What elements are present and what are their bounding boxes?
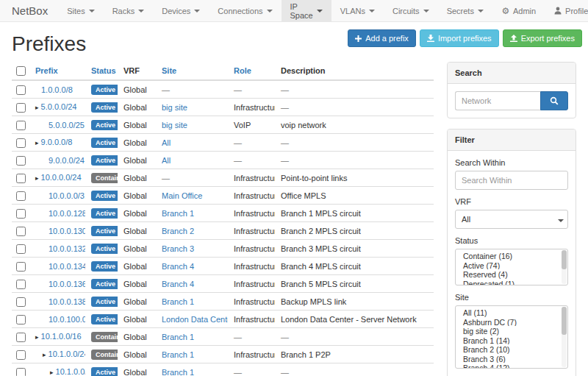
prefix-link[interactable]: 10.1.0.0/25 [56, 367, 85, 376]
profile-link[interactable]: Profile [545, 0, 588, 21]
column-header-prefix[interactable]: Prefix [29, 62, 85, 80]
site-link[interactable]: Branch 4 [162, 280, 194, 288]
nav-item-circuits[interactable]: Circuits [384, 0, 438, 21]
row-checkbox[interactable] [16, 85, 26, 95]
row-checkbox[interactable] [16, 244, 26, 254]
prefix-link[interactable]: 10.0.0.128/31 [49, 209, 85, 218]
row-checkbox[interactable] [16, 156, 26, 166]
row-checkbox[interactable] [16, 103, 26, 113]
nav-item-secrets[interactable]: Secrets [438, 0, 492, 21]
search-button[interactable] [540, 91, 568, 110]
site-link[interactable]: Branch 1 [162, 333, 194, 341]
nav-item-devices[interactable]: Devices [153, 0, 209, 21]
row-checkbox[interactable] [16, 350, 26, 360]
listbox-option[interactable]: Ashburn DC (7) [456, 319, 567, 327]
listbox-option[interactable]: All (11) [456, 309, 567, 317]
add-prefix-button[interactable]: Add a prefix [348, 29, 416, 47]
select-all-checkbox[interactable] [16, 66, 26, 76]
site-link[interactable]: big site [162, 121, 187, 130]
import-prefixes-button[interactable]: Import prefixes [420, 29, 499, 47]
listbox-option[interactable]: Branch 4 (12) [456, 364, 567, 369]
prefix-link[interactable]: 10.0.0.0/24 [41, 173, 82, 182]
vrf-select[interactable]: All [455, 210, 568, 229]
row-checkbox[interactable] [16, 315, 26, 324]
site-scrollbar[interactable] [562, 307, 567, 367]
site-link[interactable]: Branch 1 [162, 209, 194, 218]
listbox-option[interactable]: Reserved (4) [456, 271, 567, 279]
site-listbox[interactable]: All (11)Ashburn DC (7)big site (2)Branch… [455, 305, 568, 369]
prefix-link[interactable]: 10.1.0.0/16 [41, 332, 82, 341]
prefix-link[interactable]: 5.0.0.0/24 [41, 102, 77, 111]
prefix-link[interactable]: 10.0.0.0/31 [49, 191, 85, 200]
column-header-site[interactable]: Site [156, 62, 228, 80]
import-tray-icon [427, 35, 434, 42]
prefix-link[interactable]: 9.0.0.0/8 [41, 138, 73, 146]
role-cell: Infrastructure [228, 169, 275, 187]
site-link[interactable]: big site [162, 103, 187, 112]
nav-item-sites[interactable]: Sites [58, 0, 103, 21]
site-link[interactable]: Main Office [162, 191, 202, 200]
description-cell: Branch 4 MPLS circuit [275, 258, 434, 275]
site-link[interactable]: Branch 2 [162, 227, 194, 235]
vrf-cell: Global [118, 222, 156, 240]
search-within-input[interactable] [455, 171, 568, 190]
site-link[interactable]: Branch 3 [162, 244, 194, 253]
row-checkbox[interactable] [16, 280, 26, 289]
column-header-role[interactable]: Role [228, 62, 275, 80]
row-checkbox[interactable] [16, 138, 26, 148]
row-checkbox[interactable] [16, 333, 26, 342]
row-checkbox[interactable] [16, 209, 26, 219]
row-checkbox[interactable] [16, 174, 26, 183]
row-checkbox[interactable] [16, 191, 26, 201]
site-link[interactable]: Branch 4 [162, 262, 194, 271]
listbox-option[interactable]: Active (74) [456, 262, 567, 270]
listbox-option[interactable]: Branch 2 (10) [456, 346, 567, 354]
site-link[interactable]: Branch 1 [162, 350, 194, 359]
site-link[interactable]: Branch 1 [162, 368, 194, 376]
site-link[interactable]: All [162, 138, 171, 147]
prefix-link[interactable]: 10.0.0.134/31 [49, 262, 85, 271]
nav-item-connections[interactable]: Connections [209, 0, 281, 21]
prefix-link[interactable]: 1.0.0.0/8 [41, 85, 73, 94]
nav-item-ip-space[interactable]: IP Space [282, 0, 331, 21]
status-scrollbar[interactable] [562, 250, 567, 284]
caret-down-icon [194, 10, 200, 13]
caret-right-icon: ▸ [43, 351, 46, 358]
column-header-status[interactable]: Status [85, 62, 118, 80]
export-prefixes-button[interactable]: Export prefixes [503, 29, 582, 47]
site-link[interactable]: All [162, 156, 171, 165]
nav-item-racks[interactable]: Racks [104, 0, 154, 21]
prefix-link[interactable]: 10.1.0.0/24 [49, 350, 85, 358]
row-checkbox[interactable] [16, 297, 26, 307]
status-badge: Active [91, 155, 118, 166]
search-input[interactable] [455, 91, 540, 110]
netbox-brand[interactable]: NetBox [0, 0, 58, 21]
prefix-link[interactable]: 5.0.0.0/25 [49, 121, 85, 130]
row-checkbox[interactable] [16, 368, 26, 376]
site-link[interactable]: Branch 1 [162, 297, 194, 306]
user-icon [553, 7, 562, 15]
prefix-link[interactable]: 9.0.0.0/24 [49, 156, 85, 165]
admin-link[interactable]: ⚙ Admin [492, 0, 545, 21]
prefix-link[interactable]: 10.0.100.0/24 [49, 315, 85, 324]
prefix-link[interactable]: 10.0.0.136/31 [49, 280, 85, 288]
prefix-link[interactable]: 10.0.0.138/31 [49, 297, 85, 306]
site-cell: Branch 1 [156, 346, 228, 363]
row-checkbox[interactable] [16, 121, 26, 130]
prefix-link[interactable]: 10.0.0.130/31 [49, 227, 85, 235]
nav-item-vlans[interactable]: VLANs [331, 0, 384, 21]
listbox-option[interactable]: Container (16) [456, 252, 567, 260]
status-listbox[interactable]: Container (16)Active (74)Reserved (4)Dep… [455, 249, 568, 285]
listbox-option[interactable]: Branch 1 (14) [456, 337, 567, 345]
listbox-option[interactable]: Branch 3 (6) [456, 355, 567, 363]
listbox-option[interactable]: Deprecated (1) [456, 280, 567, 286]
site-link[interactable]: London Data Center [162, 315, 228, 324]
caret-right-icon: ▸ [35, 333, 39, 341]
row-checkbox[interactable] [16, 262, 26, 272]
row-checkbox[interactable] [16, 227, 26, 236]
listbox-option[interactable]: big site (2) [456, 327, 567, 336]
description-cell: Office MPLS [275, 187, 434, 205]
description-cell: Branch 5 MPLS circuit [275, 275, 434, 293]
vrf-cell: Global [118, 293, 156, 311]
prefix-link[interactable]: 10.0.0.132/31 [49, 244, 85, 253]
